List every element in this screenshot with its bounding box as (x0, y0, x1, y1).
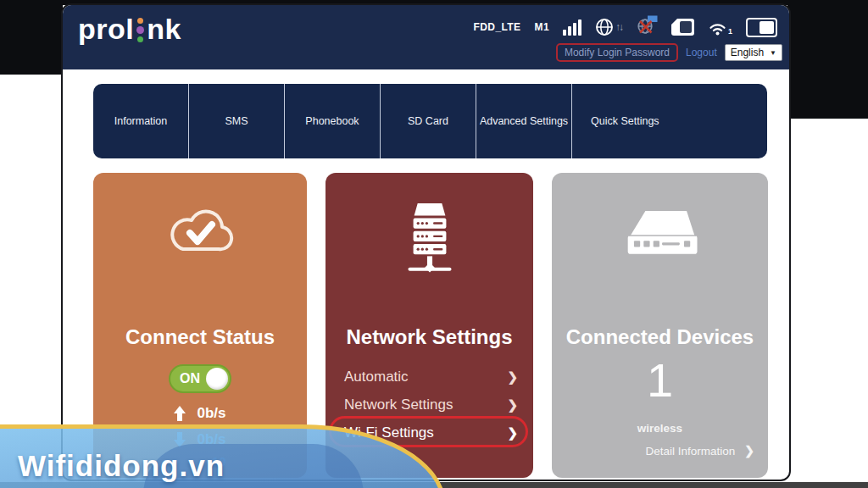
top-right-letterbox (787, 0, 868, 119)
detail-information-link[interactable]: Detail Information (645, 444, 754, 458)
chevron-right-icon (507, 369, 518, 385)
logo-text-suffix: nk (147, 14, 181, 43)
language-select[interactable]: English (725, 44, 782, 61)
main-nav: Information SMS Phonebook SD Card Advanc… (93, 84, 767, 158)
nav-tab-quick-settings[interactable]: Quick Settings (572, 84, 767, 158)
chevron-right-icon (507, 424, 518, 441)
detail-information-label: Detail Information (645, 445, 735, 458)
menu-item-label: Network Settings (344, 396, 453, 413)
router-device-icon (552, 200, 768, 271)
account-row: Modify Login Password Logout English (556, 43, 782, 62)
globe-traffic-icon (595, 18, 622, 36)
top-left-letterbox (0, 0, 63, 75)
toggle-knob (206, 368, 228, 390)
wifi-count-label: 1 (728, 27, 732, 36)
device-count: 1 (552, 352, 768, 408)
language-value: English (731, 47, 764, 58)
logo-i-dots-icon (136, 15, 144, 43)
upload-rate-value: 0b/s (197, 405, 225, 422)
network-settings-title: Network Settings (326, 325, 533, 349)
connection-toggle[interactable]: ON (169, 364, 231, 393)
roaming-disabled-icon (636, 15, 658, 39)
nav-tab-sd-card[interactable]: SD Card (381, 84, 476, 158)
status-bar: FDD_LTE M1 (474, 12, 777, 42)
nav-tab-sms[interactable]: SMS (189, 84, 285, 158)
modify-login-password-button[interactable]: Modify Login Password (556, 43, 678, 62)
menu-item-automatic[interactable]: Automatic (344, 363, 518, 391)
nav-tab-phonebook[interactable]: Phonebook (285, 84, 381, 158)
menu-item-network-settings[interactable]: Network Settings (344, 391, 518, 419)
toggle-state-label: ON (180, 371, 200, 386)
nav-tab-advanced-settings[interactable]: Advanced Settings (476, 84, 572, 158)
router-admin-window: prol nk FDD_LTE M1 (61, 3, 791, 481)
traffic-arrows-icon (615, 21, 622, 33)
menu-item-label: Automatic (344, 369, 409, 385)
operator-label: M1 (535, 21, 549, 33)
network-type-label: FDD_LTE (474, 21, 521, 33)
logout-link[interactable]: Logout (686, 47, 717, 58)
chevron-right-icon (507, 396, 518, 413)
upload-rate-row: 0b/s (93, 405, 307, 422)
wifi-signal-icon: 1 (708, 19, 732, 36)
chevron-right-icon (744, 444, 754, 458)
sim-card-icon (671, 19, 694, 36)
connect-status-title: Connect Status (93, 325, 307, 349)
watermark-text: Wifididong.vn (18, 449, 225, 483)
wireless-label: wireless (552, 422, 768, 435)
prolink-logo: prol nk (78, 14, 181, 43)
connected-devices-title: Connected Devices (552, 325, 768, 349)
logo-text-prefix: prol (78, 14, 134, 43)
nav-tab-information[interactable]: Information (93, 84, 189, 158)
server-stack-icon (326, 200, 533, 281)
cloud-check-icon (93, 200, 307, 264)
upload-arrow-icon (174, 406, 186, 421)
signal-bars-icon (563, 19, 581, 36)
header: prol nk FDD_LTE M1 (63, 5, 789, 69)
screenshot-canvas: prol nk FDD_LTE M1 (0, 0, 868, 488)
battery-icon (746, 18, 777, 37)
connected-devices-card: Connected Devices 1 wireless Detail Info… (552, 173, 768, 478)
